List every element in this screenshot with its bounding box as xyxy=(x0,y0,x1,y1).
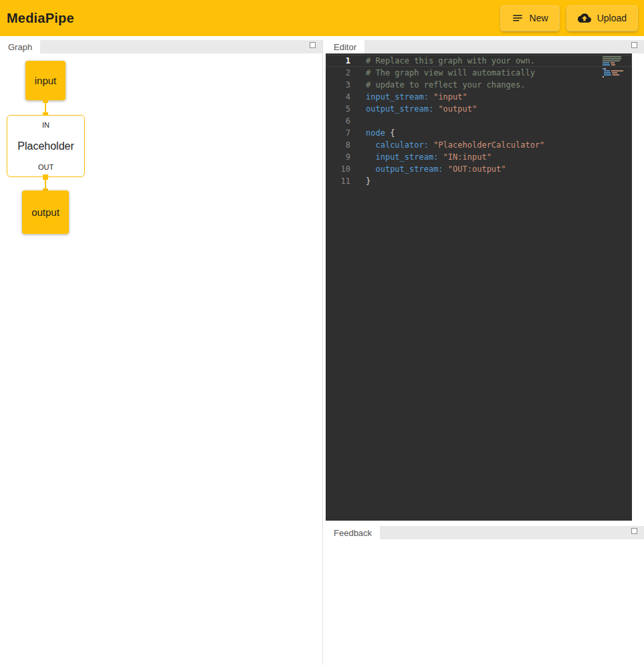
feedback-tab-strip: Feedback xyxy=(326,526,644,539)
in-port-label: IN xyxy=(42,121,49,129)
maximize-editor-icon[interactable] xyxy=(631,42,637,48)
code-line[interactable]: 9 input_stream: "IN:input" xyxy=(326,151,632,163)
editor-tab-strip: Editor xyxy=(326,40,644,53)
code-line[interactable]: 11} xyxy=(326,175,632,187)
graph-node-placeholder[interactable]: IN Placeholder OUT xyxy=(7,115,85,177)
tab-editor[interactable]: Editor xyxy=(326,40,364,53)
code-lines: 1# Replace this graph with your own.2# T… xyxy=(326,55,632,187)
code-line[interactable]: 6 xyxy=(326,115,632,127)
new-button-label: New xyxy=(530,13,548,23)
tab-graph-label: Graph xyxy=(8,42,32,52)
graph-canvas[interactable]: input IN Placeholder OUT output xyxy=(0,53,322,665)
editor-panel: Editor 1# Replace this graph with your o… xyxy=(326,40,644,521)
feedback-panel: Feedback xyxy=(326,526,644,665)
code-line[interactable]: 3# update to reflect your changes. xyxy=(326,79,632,91)
code-line[interactable]: 10 output_stream: "OUT:output" xyxy=(326,163,632,175)
tab-editor-label: Editor xyxy=(334,42,356,52)
cloud-upload-icon xyxy=(578,11,591,25)
notes-icon xyxy=(512,12,524,24)
right-column: Editor 1# Replace this graph with your o… xyxy=(326,40,644,665)
graph-panel: Graph input IN Placeholder OUT output xyxy=(0,40,323,665)
app-title: MediaPipe xyxy=(7,11,74,26)
graph-node-output-label: output xyxy=(31,207,60,218)
code-line[interactable]: 5output_stream: "output" xyxy=(326,103,632,115)
graph-tab-strip: Graph xyxy=(0,40,322,53)
code-editor[interactable]: 1# Replace this graph with your own.2# T… xyxy=(326,53,632,521)
code-line[interactable]: 7node { xyxy=(326,127,632,139)
placeholder-node-label: Placeholder xyxy=(17,140,74,152)
feedback-content xyxy=(326,539,644,665)
code-line[interactable]: 1# Replace this graph with your own. xyxy=(326,55,632,67)
tab-graph[interactable]: Graph xyxy=(0,40,40,53)
code-line[interactable]: 2# The graph view will automatically xyxy=(326,67,632,79)
tab-feedback-label: Feedback xyxy=(334,528,372,538)
upload-button-label: Upload xyxy=(597,13,627,23)
maximize-feedback-icon[interactable] xyxy=(631,528,637,534)
graph-node-input-label: input xyxy=(35,75,57,86)
graph-node-input[interactable]: input xyxy=(25,61,66,100)
graph-node-output[interactable]: output xyxy=(22,190,69,234)
upload-button[interactable]: Upload xyxy=(567,6,637,31)
editor-minimap[interactable] xyxy=(603,56,628,78)
code-line[interactable]: 8 calculator: "PlaceholderCalculator" xyxy=(326,139,632,151)
new-button[interactable]: New xyxy=(501,6,559,31)
code-line[interactable]: 4input_stream: "input" xyxy=(326,91,632,103)
maximize-graph-icon[interactable] xyxy=(310,42,316,48)
out-port-label: OUT xyxy=(38,163,53,171)
main-area: Graph input IN Placeholder OUT output xyxy=(0,36,644,665)
header-actions: New Upload xyxy=(501,6,637,31)
app-header: MediaPipe New Upload xyxy=(0,0,644,36)
tab-feedback[interactable]: Feedback xyxy=(326,526,380,539)
